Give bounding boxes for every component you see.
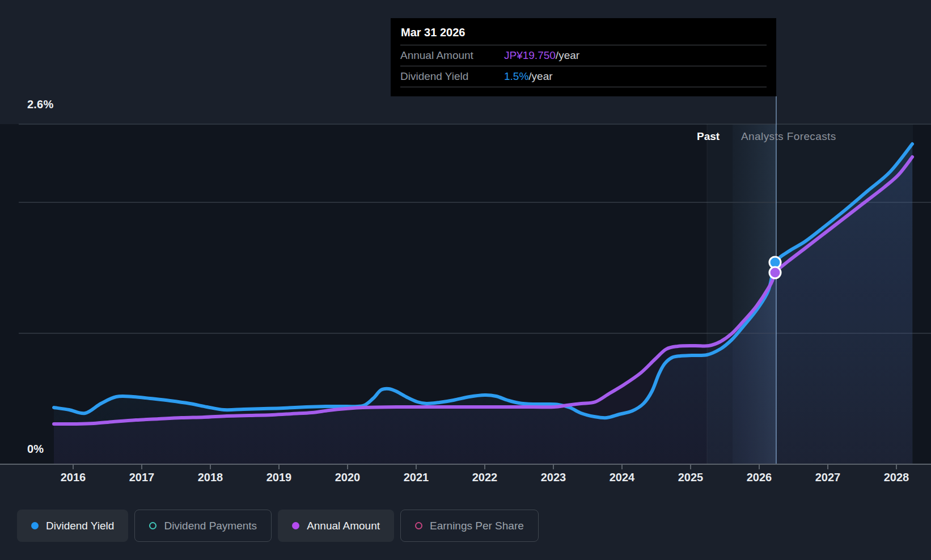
x-axis-label-2025: 2025: [678, 471, 704, 484]
dividend-chart-panel: 2.6% 0% 20162017201820192020202120222023…: [0, 0, 931, 560]
tooltip-row-annual-amount: Annual Amount JP¥19.750/year: [400, 45, 767, 66]
dividend-payments-ring-icon: [149, 522, 156, 529]
x-axis-label-2027: 2027: [815, 471, 841, 484]
legend-label: Dividend Yield: [46, 520, 114, 532]
x-axis-label-2017: 2017: [129, 471, 155, 484]
legend-button-dividend-yield[interactable]: Dividend Yield: [17, 510, 128, 542]
legend-label: Earnings Per Share: [430, 520, 524, 532]
x-axis-label-2021: 2021: [404, 471, 429, 484]
tooltip-value-suffix: /year: [556, 49, 579, 62]
legend-label: Dividend Payments: [164, 520, 257, 532]
y-axis-label-zero: 0%: [27, 443, 44, 456]
tooltip-date: Mar 31 2026: [400, 25, 767, 45]
legend-button-earnings-per-share[interactable]: Earnings Per Share: [400, 510, 539, 542]
x-axis-ticks: [73, 464, 896, 469]
y-axis-label-max: 2.6%: [27, 98, 53, 111]
x-axis-label-2016: 2016: [61, 471, 86, 484]
x-axis-label-2019: 2019: [266, 471, 292, 484]
tooltip-value: JP¥19.750: [504, 49, 556, 62]
x-axis-label-2023: 2023: [541, 471, 566, 484]
annual-amount-dot-icon: [292, 522, 299, 529]
legend-label: Annual Amount: [307, 520, 380, 532]
x-axis-label-2024: 2024: [610, 471, 635, 484]
legend-button-dividend-payments[interactable]: Dividend Payments: [134, 510, 272, 542]
analysts-forecasts-region-label: Analysts Forecasts: [741, 130, 836, 143]
tooltip-label: Dividend Yield: [400, 70, 504, 83]
legend-button-annual-amount[interactable]: Annual Amount: [278, 510, 394, 542]
tooltip-value: 1.5%: [504, 70, 528, 83]
dividend-yield-dot-icon: [31, 522, 39, 529]
x-axis-label-2018: 2018: [198, 471, 223, 484]
earnings-per-share-ring-icon: [415, 522, 422, 529]
tooltip-label: Annual Amount: [400, 49, 504, 62]
tooltip-value-suffix: /year: [528, 70, 552, 83]
chart-legend: Dividend YieldDividend PaymentsAnnual Am…: [17, 510, 539, 542]
tooltip-row-dividend-yield: Dividend Yield 1.5%/year: [400, 66, 767, 87]
hover-tooltip: Mar 31 2026 Annual Amount JP¥19.750/year…: [391, 18, 776, 96]
x-axis-label-2026: 2026: [747, 471, 772, 484]
past-region-label: Past: [697, 130, 720, 143]
x-axis-label-2028: 2028: [884, 471, 909, 484]
amount-marker[interactable]: [769, 267, 781, 278]
x-axis-label-2020: 2020: [335, 471, 361, 484]
x-axis-label-2022: 2022: [472, 471, 498, 484]
